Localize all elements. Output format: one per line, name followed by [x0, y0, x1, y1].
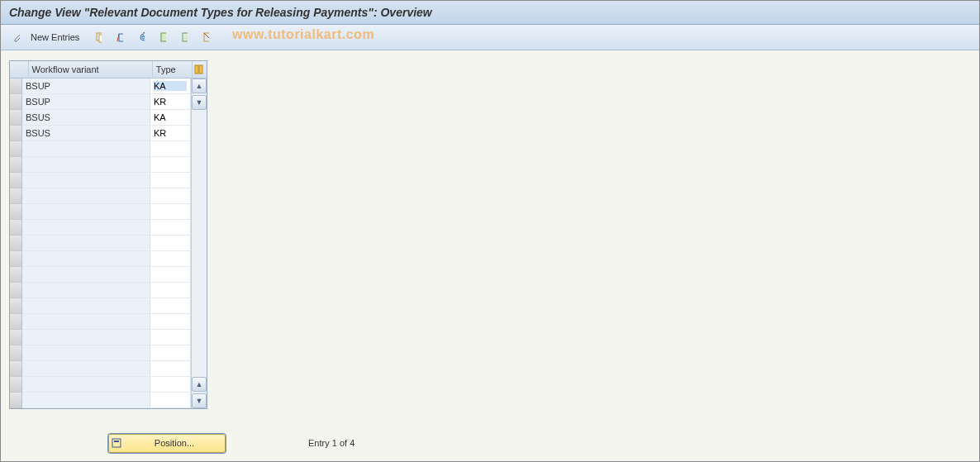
row-selector[interactable] [10, 126, 22, 141]
column-header-workflow-variant[interactable]: Workflow variant [29, 61, 153, 78]
row-selector[interactable] [10, 79, 22, 94]
cell-workflow-variant[interactable] [22, 204, 150, 220]
cell-workflow-variant[interactable]: BSUP [22, 79, 150, 94]
toggle-change-icon[interactable] [7, 28, 26, 46]
cell-type[interactable] [150, 236, 191, 251]
cell-type[interactable] [150, 314, 191, 330]
scroll-up-bottom-icon[interactable]: ▲ [192, 377, 207, 392]
row-selector[interactable] [10, 267, 22, 283]
table-row [10, 173, 191, 188]
new-entries-button[interactable]: New Entries [29, 32, 86, 42]
row-selector[interactable] [10, 94, 22, 110]
vertical-scrollbar[interactable]: ▲ ▼ ▲ ▼ [191, 79, 207, 408]
application-toolbar: New Entries [1, 25, 979, 50]
svg-rect-3 [161, 33, 166, 41]
type-input[interactable] [154, 81, 187, 91]
row-selector[interactable] [10, 361, 22, 377]
footer-bar: Position... Entry 1 of 4 [1, 433, 979, 453]
scroll-track[interactable] [192, 110, 207, 377]
scroll-up-icon[interactable]: ▲ [192, 79, 207, 93]
table-settings-icon[interactable] [193, 61, 207, 78]
row-selector[interactable] [10, 314, 22, 330]
scroll-down-icon[interactable]: ▼ [192, 393, 207, 408]
scroll-down-top-icon[interactable]: ▼ [192, 95, 207, 110]
cell-type[interactable] [150, 220, 191, 236]
column-header-type[interactable]: Type [153, 61, 193, 78]
cell-type[interactable] [150, 79, 191, 94]
svg-rect-8 [195, 65, 198, 74]
cell-type[interactable] [150, 141, 191, 157]
cell-type[interactable] [150, 157, 191, 173]
select-all-icon[interactable] [154, 28, 172, 46]
row-selector[interactable] [10, 377, 22, 393]
cell-type[interactable] [150, 173, 191, 188]
row-selector[interactable] [10, 188, 22, 204]
delete-icon[interactable] [111, 28, 129, 46]
cell-workflow-variant[interactable] [22, 377, 150, 393]
cell-workflow-variant[interactable] [22, 188, 150, 204]
cell-workflow-variant[interactable]: BSUS [22, 110, 150, 126]
cell-workflow-variant[interactable] [22, 298, 150, 314]
position-button[interactable]: Position... [108, 434, 226, 453]
cell-type[interactable] [150, 126, 191, 141]
type-input[interactable] [154, 97, 187, 107]
row-selector[interactable] [10, 251, 22, 267]
select-all-rows-handle[interactable] [10, 61, 29, 78]
row-selector[interactable] [10, 236, 22, 251]
cell-type[interactable] [150, 267, 191, 283]
cell-type[interactable] [150, 345, 191, 361]
cell-workflow-variant[interactable] [22, 236, 150, 251]
undo-icon[interactable] [132, 28, 150, 46]
select-block-icon[interactable] [175, 28, 193, 46]
cell-type[interactable] [150, 251, 191, 267]
cell-type[interactable] [150, 283, 191, 298]
cell-type[interactable] [150, 330, 191, 345]
deselect-all-icon[interactable] [197, 28, 215, 46]
row-selector[interactable] [10, 141, 22, 157]
cell-workflow-variant[interactable]: BSUS [22, 126, 150, 141]
cell-workflow-variant[interactable] [22, 393, 150, 408]
row-selector[interactable] [10, 298, 22, 314]
table-row [10, 267, 191, 283]
cell-type[interactable] [150, 110, 191, 126]
row-selector[interactable] [10, 157, 22, 173]
row-selector[interactable] [10, 393, 22, 408]
cell-workflow-variant[interactable] [22, 220, 150, 236]
row-selector[interactable] [10, 283, 22, 298]
cell-workflow-variant[interactable]: BSUP [22, 94, 150, 110]
table-row [10, 188, 191, 204]
table-row [10, 220, 191, 236]
svg-rect-2 [119, 34, 123, 41]
row-selector[interactable] [10, 345, 22, 361]
cell-workflow-variant[interactable] [22, 283, 150, 298]
cell-workflow-variant[interactable] [22, 361, 150, 377]
copy-as-icon[interactable] [89, 28, 107, 46]
table-row: BSUP [10, 94, 191, 110]
cell-type[interactable] [150, 377, 191, 393]
cell-type[interactable] [150, 361, 191, 377]
cell-type[interactable] [150, 204, 191, 220]
cell-workflow-variant[interactable] [22, 251, 150, 267]
cell-workflow-variant[interactable] [22, 157, 150, 173]
cell-workflow-variant[interactable] [22, 173, 150, 188]
row-selector[interactable] [10, 173, 22, 188]
cell-workflow-variant[interactable] [22, 267, 150, 283]
svg-rect-9 [199, 65, 202, 74]
table-row: BSUS [10, 126, 191, 141]
type-input[interactable] [154, 112, 187, 122]
table-row [10, 157, 191, 173]
cell-workflow-variant[interactable] [22, 345, 150, 361]
type-input[interactable] [154, 128, 187, 138]
cell-type[interactable] [150, 298, 191, 314]
cell-type[interactable] [150, 188, 191, 204]
cell-workflow-variant[interactable] [22, 141, 150, 157]
cell-type[interactable] [150, 94, 191, 110]
cell-workflow-variant[interactable] [22, 330, 150, 345]
row-selector[interactable] [10, 220, 22, 236]
cell-workflow-variant[interactable] [22, 314, 150, 330]
row-selector[interactable] [10, 110, 22, 126]
row-selector[interactable] [10, 204, 22, 220]
row-selector[interactable] [10, 330, 22, 345]
cell-type[interactable] [150, 393, 191, 408]
position-button-label: Position... [124, 438, 225, 448]
